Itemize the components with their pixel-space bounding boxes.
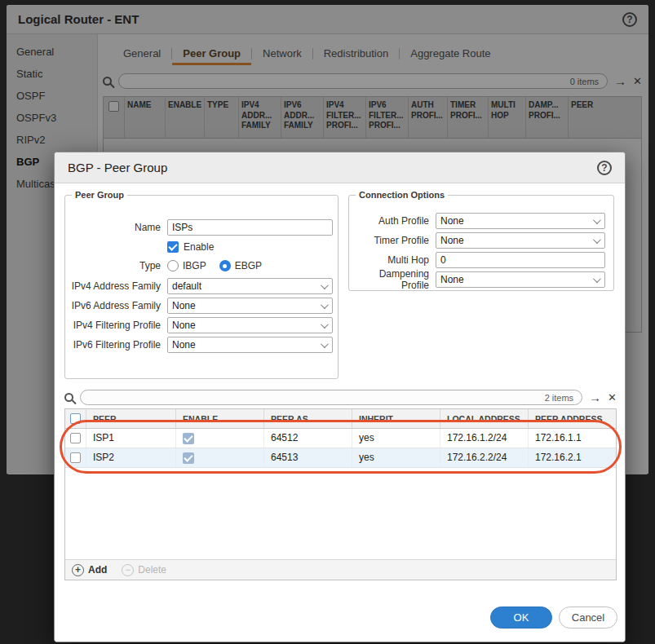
peers-table-toolbar: + Add − Delete: [65, 559, 616, 580]
chevron-down-icon: [321, 301, 329, 309]
enable-checkbox: [183, 452, 194, 464]
cell-peer-as: 64512: [264, 429, 352, 448]
modal-titlebar: BGP - Peer Group ?: [55, 152, 625, 183]
timer-profile-select[interactable]: None: [436, 232, 605, 249]
add-icon: +: [72, 564, 84, 576]
connection-options-fieldset: Connection Options Auth Profile None Tim…: [348, 190, 614, 291]
ipv4-address-family-select[interactable]: default: [167, 278, 333, 294]
ipv4-filtering-profile-select[interactable]: None: [167, 317, 333, 333]
row-select-cell[interactable]: [65, 448, 86, 467]
clear-filter-icon[interactable]: ✕: [608, 392, 617, 403]
cell-local-address: 172.16.2.2/24: [440, 448, 529, 467]
row-checkbox[interactable]: [70, 452, 81, 463]
bgp-peer-group-modal: BGP - Peer Group ? Peer Group Name Enabl…: [54, 152, 626, 642]
chevron-down-icon: [593, 216, 601, 224]
col-local-address[interactable]: LOCAL ADDRESS: [440, 409, 529, 428]
select-all-checkbox[interactable]: [70, 413, 81, 424]
modal-title: BGP - Peer Group: [68, 161, 167, 174]
chevron-down-icon: [321, 320, 329, 329]
peer-group-legend: Peer Group: [72, 190, 127, 200]
timer-profile-label: Timer Profile: [349, 235, 436, 246]
search-icon: [64, 393, 73, 402]
type-ebgp-label: EBGP: [235, 260, 262, 271]
auth-profile-select[interactable]: None: [436, 213, 605, 229]
row-checkbox[interactable]: [70, 433, 81, 443]
col-peer[interactable]: PEER: [86, 409, 176, 428]
ipv6-filtering-profile-label: IPv6 Filtering Profile: [65, 339, 167, 351]
type-ibgp-label: IBGP: [183, 260, 206, 271]
type-ebgp-radio[interactable]: [219, 260, 231, 271]
multi-hop-label: Multi Hop: [349, 254, 436, 266]
cell-enable: [176, 429, 264, 448]
cell-peer-as: 64513: [264, 448, 352, 467]
row-select-cell[interactable]: [65, 429, 86, 448]
ipv6-address-family-select[interactable]: None: [167, 298, 333, 314]
cell-inherit: yes: [352, 429, 440, 448]
connection-options-legend: Connection Options: [356, 190, 448, 200]
type-ibgp-radio[interactable]: [167, 260, 179, 271]
delete-button[interactable]: − Delete: [122, 564, 166, 576]
enable-checkbox[interactable]: [167, 241, 179, 253]
delete-icon: −: [122, 564, 134, 576]
peers-items-count: 2 items: [545, 393, 573, 403]
add-button[interactable]: + Add: [72, 564, 107, 576]
cell-peer[interactable]: ISP2: [86, 448, 176, 467]
cell-local-address: 172.16.1.2/24: [440, 429, 529, 448]
help-icon[interactable]: ?: [597, 161, 612, 175]
ipv4-filtering-profile-label: IPv4 Filtering Profile: [65, 320, 167, 331]
auth-profile-label: Auth Profile: [349, 215, 436, 227]
peers-search-row: 2 items → ✕: [64, 390, 617, 405]
ok-button[interactable]: OK: [490, 607, 552, 629]
enable-label: Enable: [184, 241, 214, 253]
col-peer-address[interactable]: PEER ADDRESS: [529, 409, 616, 428]
peers-table-empty-area: [65, 468, 616, 559]
ipv6-address-family-label: IPv6 Address Family: [65, 300, 167, 311]
col-inherit[interactable]: INHERIT: [352, 409, 440, 428]
table-row[interactable]: ISP2 64513 yes 172.16.2.2/24 172.16.2.1: [65, 448, 616, 468]
chevron-down-icon: [593, 236, 601, 244]
name-input[interactable]: [167, 219, 333, 236]
col-peer-as[interactable]: PEER AS: [264, 409, 352, 428]
table-row[interactable]: ISP1 64512 yes 172.16.1.2/24 172.16.1.1: [65, 429, 616, 448]
col-enable[interactable]: ENABLE: [176, 409, 264, 428]
chevron-down-icon: [593, 275, 601, 283]
apply-filter-icon[interactable]: →: [589, 391, 601, 404]
name-label: Name: [65, 222, 167, 233]
enable-checkbox: [183, 433, 194, 444]
cell-peer-address: 172.16.2.1: [529, 448, 616, 467]
dampening-profile-select[interactable]: None: [436, 271, 605, 288]
peer-group-fieldset: Peer Group Name Enable Type IBGP EBGP IP…: [64, 190, 339, 379]
cell-enable: [176, 448, 264, 467]
cell-inherit: yes: [352, 448, 440, 467]
ipv6-filtering-profile-select[interactable]: None: [167, 337, 333, 353]
peers-search-input[interactable]: 2 items: [80, 390, 582, 405]
dampening-profile-label: Dampening Profile: [349, 268, 436, 291]
type-label: Type: [65, 260, 167, 271]
peers-table-header: PEER ENABLE PEER AS INHERIT LOCAL ADDRES…: [65, 409, 616, 429]
cancel-button[interactable]: Cancel: [559, 607, 617, 629]
chevron-down-icon: [321, 340, 329, 348]
select-all-cell[interactable]: [65, 409, 86, 428]
peers-table: PEER ENABLE PEER AS INHERIT LOCAL ADDRES…: [64, 408, 617, 580]
cell-peer-address: 172.16.1.1: [529, 429, 616, 448]
multi-hop-input[interactable]: [436, 252, 605, 268]
ipv4-address-family-label: IPv4 Address Family: [65, 280, 167, 292]
cell-peer[interactable]: ISP1: [86, 429, 176, 448]
chevron-down-icon: [321, 281, 329, 289]
